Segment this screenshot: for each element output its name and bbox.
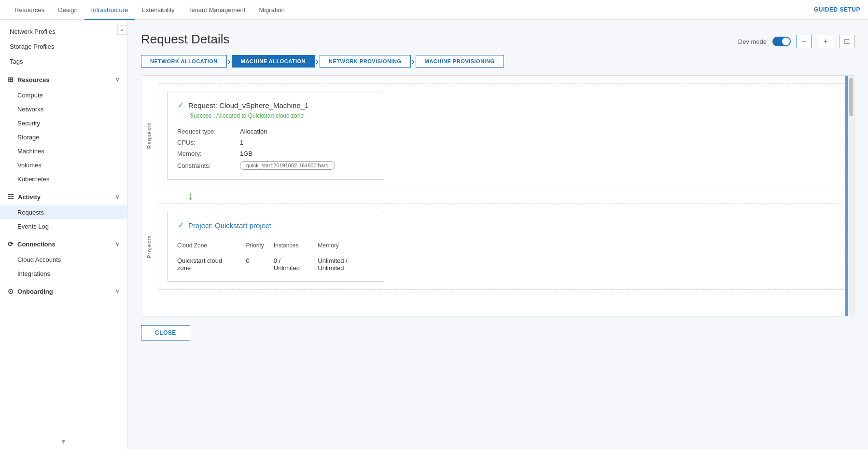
- sidebar-collapse-btn[interactable]: «: [117, 25, 127, 35]
- chevron-down-icon: ∨: [115, 77, 119, 83]
- nav-tenant[interactable]: Tenant Management: [182, 0, 252, 20]
- zoom-fit-btn[interactable]: ⊡: [839, 35, 854, 48]
- request-type-label: Request type:: [177, 128, 240, 135]
- header-controls: Dev mode − + ⊡: [738, 32, 854, 48]
- col-memory: Memory: [318, 240, 374, 253]
- request-type-value: Allocation: [240, 128, 267, 135]
- constraint-badge: quick_start:20191002-164600:hard: [240, 161, 335, 170]
- project-card-success-icon: ✓: [177, 220, 184, 231]
- activity-icon: ☷: [8, 193, 14, 201]
- sidebar-item-storage-profiles[interactable]: Storage Profiles: [0, 39, 127, 54]
- col-instances: Instances: [274, 240, 318, 253]
- dev-mode-label: Dev mode: [738, 38, 767, 45]
- zoom-out-btn[interactable]: −: [797, 35, 812, 48]
- constraints-label: Constraints:: [177, 162, 240, 169]
- table-row: Quickstart cloud zone 0 0 / Unlimited Un…: [177, 253, 374, 274]
- zoom-fit-icon: ⊡: [844, 37, 850, 46]
- step-network-provisioning[interactable]: NETWORK PROVISIONING: [320, 55, 411, 68]
- sidebar-item-tags[interactable]: Tags: [0, 54, 127, 69]
- chevron-down-icon-2: ∨: [115, 194, 119, 200]
- requests-label: Requests: [146, 122, 152, 149]
- top-nav: Resources Design Infrastructure Extensib…: [0, 0, 868, 20]
- sidebar-item-network-profiles[interactable]: Network Profiles: [0, 24, 127, 39]
- cpus-value: 1: [240, 139, 243, 146]
- projects-section: Projects ✓ Project: Quickstart project: [141, 204, 844, 290]
- nav-migration[interactable]: Migration: [252, 0, 291, 20]
- request-card-success-icon: ✓: [177, 100, 184, 110]
- nav-design[interactable]: Design: [51, 0, 84, 20]
- project-card: ✓ Project: Quickstart project Cloud Zone…: [167, 212, 384, 282]
- connections-icon: ⟳: [8, 240, 14, 248]
- diagram-area: Requests ✓ Request: Cloud_vSphere_Machin…: [141, 75, 854, 316]
- sidebar-sub-security[interactable]: Security: [0, 116, 127, 130]
- sidebar-sub-compute[interactable]: Compute: [0, 88, 127, 102]
- memory-value: 1GB: [240, 150, 252, 157]
- sidebar-sub-integrations[interactable]: Integrations: [0, 267, 127, 281]
- step-machine-provisioning[interactable]: MACHINE PROVISIONING: [416, 55, 504, 68]
- sidebar-sub-kubernetes[interactable]: Kubernetes: [0, 172, 127, 186]
- arrow-down-icon: ↓: [188, 190, 194, 202]
- priority-value: 0: [246, 253, 273, 274]
- step-arrow-2: ›: [316, 57, 319, 66]
- cloud-zone-value: Quickstart cloud zone: [177, 253, 246, 274]
- scrollbar-right[interactable]: [848, 76, 854, 316]
- onboarding-icon: ⊙: [8, 287, 14, 295]
- request-card-subtitle: Success : Allocated to Quickstart cloud …: [177, 112, 374, 119]
- guided-setup-link[interactable]: GUIDED SETUP: [814, 6, 860, 13]
- nav-extensibility[interactable]: Extensibility: [135, 0, 182, 20]
- step-arrow-3: ›: [412, 57, 415, 66]
- sidebar-sub-requests[interactable]: Requests: [0, 205, 127, 219]
- sidebar-sub-storage[interactable]: Storage: [0, 130, 127, 144]
- step-machine-allocation[interactable]: MACHINE ALLOCATION: [232, 55, 315, 68]
- dev-mode-toggle[interactable]: [772, 37, 791, 46]
- sidebar-sub-cloud-accounts[interactable]: Cloud Accounts: [0, 253, 127, 267]
- request-card-title: Request: Cloud_vSphere_Machine_1: [188, 101, 308, 109]
- instances-value: 0 / Unlimited: [274, 253, 318, 274]
- col-priority: Priority: [246, 240, 273, 253]
- project-table: Cloud Zone Priority Instances Memory Qui…: [177, 240, 374, 273]
- sidebar-sub-volumes[interactable]: Volumes: [0, 158, 127, 172]
- zoom-in-btn[interactable]: +: [818, 35, 833, 48]
- page-title: Request Details: [141, 32, 230, 47]
- sidebar-group-resources[interactable]: ⊞ Resources ∨: [0, 71, 127, 88]
- sidebar-group-onboarding[interactable]: ⊙ Onboarding ∨: [0, 283, 127, 300]
- project-card-title: Project: Quickstart project: [188, 221, 271, 230]
- memory-value: Unlimited / Unlimited: [318, 253, 374, 274]
- cpus-label: CPUs:: [177, 139, 240, 146]
- nav-resources[interactable]: Resources: [8, 0, 51, 20]
- sidebar-sub-networks[interactable]: Networks: [0, 102, 127, 116]
- sidebar-sub-events-log[interactable]: Events Log: [0, 219, 127, 233]
- col-cloud-zone: Cloud Zone: [177, 240, 246, 253]
- request-card: ✓ Request: Cloud_vSphere_Machine_1 Succe…: [167, 92, 384, 180]
- step-network-allocation[interactable]: NETWORK ALLOCATION: [141, 55, 227, 68]
- sidebar-sub-machines[interactable]: Machines: [0, 144, 127, 158]
- sidebar: « Network Profiles Storage Profiles Tags…: [0, 20, 127, 449]
- nav-infrastructure[interactable]: Infrastructure: [84, 0, 135, 20]
- sidebar-group-connections[interactable]: ⟳ Connections ∨: [0, 235, 127, 253]
- steps-bar: NETWORK ALLOCATION › MACHINE ALLOCATION …: [141, 55, 854, 68]
- sidebar-group-activity[interactable]: ☷ Activity ∨: [0, 188, 127, 205]
- requests-section: Requests ✓ Request: Cloud_vSphere_Machin…: [141, 83, 844, 188]
- step-arrow-1: ›: [228, 57, 231, 66]
- projects-label: Projects: [146, 235, 152, 259]
- close-button[interactable]: CLOSE: [141, 325, 190, 340]
- resources-icon: ⊞: [8, 76, 14, 83]
- chevron-right-icon: ∨: [115, 288, 119, 295]
- chevron-down-icon-3: ∨: [115, 241, 119, 247]
- memory-label: Memory:: [177, 150, 240, 157]
- main-content: Request Details Dev mode − + ⊡ NET: [127, 20, 868, 449]
